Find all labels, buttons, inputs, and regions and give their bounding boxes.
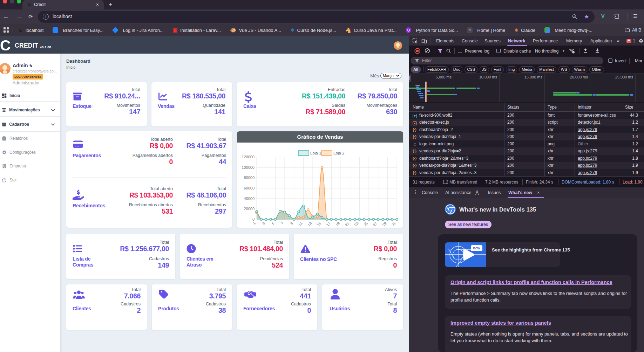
svg-text:60000: 60000 bbox=[244, 186, 255, 190]
svg-text:19: 19 bbox=[335, 221, 341, 227]
svg-text:9: 9 bbox=[289, 221, 294, 226]
svg-text:3: 3 bbox=[261, 221, 266, 226]
svg-text:17: 17 bbox=[325, 221, 331, 227]
svg-text:Loja 1: Loja 1 bbox=[310, 151, 321, 155]
svg-text:40000: 40000 bbox=[244, 196, 255, 201]
svg-text:1: 1 bbox=[252, 221, 257, 226]
svg-text:23: 23 bbox=[353, 221, 359, 227]
svg-text:31: 31 bbox=[391, 221, 397, 227]
svg-text:15: 15 bbox=[316, 221, 322, 227]
svg-text:29: 29 bbox=[381, 221, 387, 227]
svg-text:7: 7 bbox=[280, 221, 285, 226]
svg-text:80000: 80000 bbox=[244, 175, 255, 180]
svg-text:120000: 120000 bbox=[242, 155, 255, 159]
svg-text:25: 25 bbox=[363, 221, 369, 227]
svg-text:21: 21 bbox=[344, 221, 350, 227]
svg-text:13: 13 bbox=[307, 221, 313, 227]
svg-text:Loja 2: Loja 2 bbox=[333, 151, 344, 155]
svg-text:27: 27 bbox=[372, 221, 378, 227]
svg-text:20000: 20000 bbox=[244, 207, 255, 211]
svg-text:11: 11 bbox=[298, 221, 303, 227]
svg-text:5: 5 bbox=[271, 221, 275, 226]
svg-text:0: 0 bbox=[252, 217, 255, 221]
svg-text:100000: 100000 bbox=[242, 165, 255, 170]
